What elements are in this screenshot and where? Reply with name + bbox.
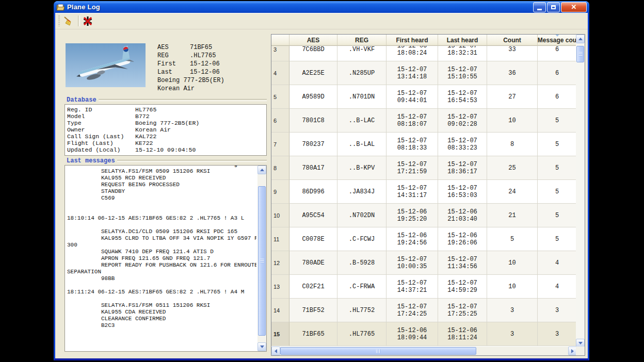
message-count-cell[interactable]: 3 xyxy=(538,322,577,346)
last-heard-cell[interactable]: 15-12-07 11:34:56 xyxy=(438,251,487,275)
minimize-button[interactable] xyxy=(533,2,546,12)
aes-cell[interactable]: A2E25E xyxy=(289,61,337,85)
row-number-cell[interactable]: 10 xyxy=(271,204,289,227)
scroll-left-button[interactable] xyxy=(271,347,280,355)
header-cell-aes[interactable]: AES xyxy=(289,35,337,46)
count-cell[interactable]: 3 xyxy=(487,322,538,346)
reg-cell[interactable]: .N285UP xyxy=(337,61,387,85)
message-count-cell[interactable]: 6 xyxy=(538,61,577,85)
aes-cell[interactable]: 7801C8 xyxy=(289,109,337,133)
last-heard-cell[interactable]: 15-12-07 15:10:55 xyxy=(438,61,487,85)
message-count-cell[interactable]: 4 xyxy=(538,251,577,275)
message-count-cell[interactable]: 4 xyxy=(538,275,577,299)
aes-cell[interactable]: A9589D xyxy=(289,85,337,109)
reg-cell[interactable]: .HL7765 xyxy=(337,322,387,346)
first-heard-cell[interactable]: 15-12-07 09:44:01 xyxy=(387,85,438,109)
message-count-cell[interactable]: 5 xyxy=(538,180,577,204)
count-cell[interactable]: 25 xyxy=(487,156,538,180)
count-cell[interactable]: 3 xyxy=(487,299,538,322)
table-row[interactable]: 15 71BF65 .HL7765 15-12-06 18:09:44 15-1… xyxy=(271,322,577,346)
count-cell[interactable]: 10 xyxy=(487,251,538,275)
table-hscroll-thumb[interactable] xyxy=(280,347,476,355)
last-heard-cell[interactable]: 15-12-07 09:02:28 xyxy=(438,109,487,133)
table-row[interactable]: 11 C0078E .C-FCWJ 15-12-06 19:24:56 15-1… xyxy=(271,227,577,251)
last-heard-cell[interactable]: 15-12-07 18:36:17 xyxy=(438,156,487,180)
first-heard-cell[interactable]: 15-12-07 17:24:25 xyxy=(387,299,438,322)
clean-button[interactable] xyxy=(61,14,75,27)
scroll-up-button[interactable] xyxy=(257,166,266,174)
row-number-cell[interactable]: 15 xyxy=(271,322,289,346)
row-number-cell[interactable]: 5 xyxy=(271,85,289,109)
scroll-down-button[interactable] xyxy=(257,342,266,351)
last-heard-cell[interactable]: 15-12-07 16:53:03 xyxy=(438,180,487,204)
first-heard-cell[interactable]: 15-12-07 17:21:59 xyxy=(387,156,438,180)
row-number-cell[interactable]: 14 xyxy=(271,299,289,322)
table-row[interactable]: 3 7C6BBD .VH-VKF 15-12-06 18:08:24 15-12… xyxy=(271,46,577,61)
row-number-cell[interactable]: 3 xyxy=(271,46,289,61)
last-heard-cell[interactable]: 15-12-06 19:26:06 xyxy=(438,227,487,251)
first-heard-cell[interactable]: 15-12-06 18:09:44 xyxy=(387,322,438,346)
count-cell[interactable]: 21 xyxy=(487,204,538,227)
table-row[interactable]: 9 86D996 .JA834J 15-12-07 14:31:17 15-12… xyxy=(271,180,577,204)
row-number-cell[interactable]: 13 xyxy=(271,275,289,299)
reg-cell[interactable]: ..B-LAL xyxy=(337,133,387,156)
last-heard-cell[interactable]: 15-12-06 18:11:24 xyxy=(438,322,487,346)
first-heard-cell[interactable]: 15-12-07 13:14:18 xyxy=(387,61,438,85)
message-count-cell[interactable]: 6 xyxy=(538,46,577,61)
count-cell[interactable]: 24 xyxy=(487,180,538,204)
reg-cell[interactable]: .N701DN xyxy=(337,85,387,109)
count-cell[interactable]: 27 xyxy=(487,85,538,109)
last-heard-cell[interactable]: 15-12-07 14:59:29 xyxy=(438,275,487,299)
table-vscroll-thumb[interactable] xyxy=(576,46,584,62)
maximize-button[interactable] xyxy=(547,2,560,12)
aes-cell[interactable]: 7C6BBD xyxy=(289,46,337,61)
aes-cell[interactable]: 71BF52 xyxy=(289,299,337,322)
count-cell[interactable]: 10 xyxy=(487,275,538,299)
titlebar[interactable]: Plane Log ✕ xyxy=(54,1,589,13)
last-heard-cell[interactable]: 15-12-07 16:54:53 xyxy=(438,85,487,109)
table-row[interactable]: 8 780A17 ..B-KPV 15-12-07 17:21:59 15-12… xyxy=(271,156,577,180)
count-cell[interactable]: 5 xyxy=(487,227,538,251)
first-heard-cell[interactable]: 15-12-06 19:25:20 xyxy=(387,204,438,227)
first-heard-cell[interactable]: 15-12-07 10:00:35 xyxy=(387,251,438,275)
message-count-cell[interactable]: 5 xyxy=(538,204,577,227)
message-count-cell[interactable]: 5 xyxy=(538,109,577,133)
row-number-cell[interactable]: 9 xyxy=(271,180,289,204)
toolbar-grip[interactable] xyxy=(58,15,60,26)
last-heard-cell[interactable]: 15-12-07 18:32:31 xyxy=(438,46,487,61)
table-row[interactable]: 7 780237 ..B-LAL 15-12-07 08:18:33 15-12… xyxy=(271,133,577,156)
aes-cell[interactable]: 780237 xyxy=(289,133,337,156)
messages-box[interactable]: g SELATYA.FS1/FSM 0509 151206 RKSI KAL95… xyxy=(65,165,267,352)
table-row[interactable]: 12 780ADE .B-5928 15-12-07 10:00:35 15-1… xyxy=(271,251,577,275)
message-count-cell[interactable]: 5 xyxy=(538,156,577,180)
table-vscroll[interactable] xyxy=(576,35,585,348)
row-number-cell[interactable]: 7 xyxy=(271,133,289,156)
header-cell-first-heard[interactable]: First heard xyxy=(387,35,438,46)
reg-cell[interactable]: ..B-LAC xyxy=(337,109,387,133)
aes-cell[interactable]: C0078E xyxy=(289,227,337,251)
scroll-up-button[interactable] xyxy=(576,35,585,43)
count-cell[interactable]: 10 xyxy=(487,109,538,133)
aes-cell[interactable]: C02F21 xyxy=(289,275,337,299)
table-row[interactable]: 4 A2E25E .N285UP 15-12-07 13:14:18 15-12… xyxy=(271,61,577,85)
table-hscroll[interactable] xyxy=(271,347,577,355)
aes-cell[interactable]: 71BF65 xyxy=(289,322,337,346)
count-cell[interactable]: 8 xyxy=(487,133,538,156)
reg-cell[interactable]: .HL7752 xyxy=(337,299,387,322)
count-cell[interactable]: 33 xyxy=(487,46,538,61)
row-number-cell[interactable]: 12 xyxy=(271,251,289,275)
aes-cell[interactable]: A95C54 xyxy=(289,204,337,227)
first-heard-cell[interactable]: 15-12-06 18:08:24 xyxy=(387,46,438,61)
last-heard-cell[interactable]: 15-12-06 21:03:40 xyxy=(438,204,487,227)
message-count-cell[interactable]: 3 xyxy=(538,299,577,322)
row-number-cell[interactable]: 11 xyxy=(271,227,289,251)
table-row[interactable]: 14 71BF52 .HL7752 15-12-07 17:24:25 15-1… xyxy=(271,299,577,322)
reg-cell[interactable]: .B-5928 xyxy=(337,251,387,275)
aes-cell[interactable]: 780ADE xyxy=(289,251,337,275)
aes-cell[interactable]: 780A17 xyxy=(289,156,337,180)
table-row[interactable]: 6 7801C8 ..B-LAC 15-12-07 08:18:07 15-12… xyxy=(271,109,577,133)
first-heard-cell[interactable]: 15-12-07 08:18:07 xyxy=(387,109,438,133)
reg-cell[interactable]: .C-FRWA xyxy=(337,275,387,299)
first-heard-cell[interactable]: 15-12-07 14:37:21 xyxy=(387,275,438,299)
reg-cell[interactable]: ..B-KPV xyxy=(337,156,387,180)
